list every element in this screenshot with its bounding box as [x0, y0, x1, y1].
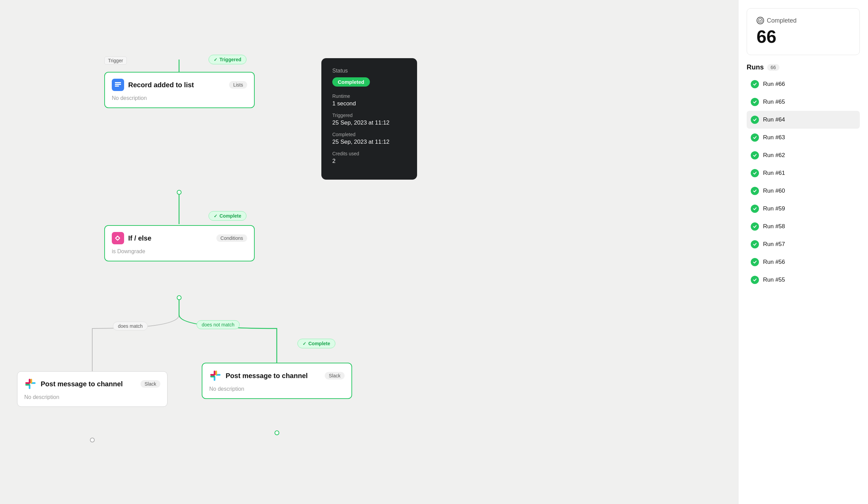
does-not-match-text: does not match: [202, 322, 235, 327]
record-added-description: No description: [105, 95, 254, 108]
post-message-right-description: No description: [203, 386, 351, 398]
post-message-left-title: Post message to channel: [41, 380, 123, 388]
popup-triggered-value: 25 Sep, 2023 at 11:12: [332, 119, 406, 126]
popup-runtime-value: 1 second: [332, 100, 406, 107]
record-added-icon: [112, 79, 124, 91]
run-label-run-60: Run #60: [763, 188, 785, 194]
post-message-right-badge: Slack: [325, 372, 344, 380]
svg-rect-18: [215, 371, 217, 375]
post-message-left-node[interactable]: Post message to channel Slack No descrip…: [17, 371, 167, 407]
completed-label: Completed: [767, 17, 797, 24]
popup-credits-value: 2: [332, 158, 406, 164]
complete-badge-2-text: Complete: [308, 341, 330, 346]
if-else-node[interactable]: If / else Conditions is Downgrade: [104, 225, 255, 261]
popup-completed-label: Completed: [332, 132, 406, 137]
runs-title: Runs: [747, 63, 764, 71]
does-match-text: does match: [118, 323, 143, 329]
run-label-run-55: Run #55: [763, 276, 785, 283]
run-check-run-57: [751, 240, 759, 249]
if-else-badge: Conditions: [216, 234, 247, 242]
runs-count-badge: 66: [767, 64, 779, 71]
run-check-run-64: [751, 115, 759, 124]
status-popup: Status Completed Runtime 1 second Trigge…: [321, 58, 417, 180]
runs-section: Runs 66 Run #66Run #65Run #64Run #63Run …: [738, 55, 868, 289]
post-message-left-badge: Slack: [141, 380, 160, 388]
run-item-run-57[interactable]: Run #57: [747, 235, 860, 253]
run-item-run-59[interactable]: Run #59: [747, 200, 860, 218]
run-check-run-55: [751, 276, 759, 284]
svg-rect-8: [25, 382, 30, 384]
popup-triggered-label: Triggered: [332, 113, 406, 118]
run-item-run-63[interactable]: Run #63: [747, 129, 860, 147]
run-label-run-56: Run #56: [763, 259, 785, 265]
svg-rect-11: [25, 384, 30, 386]
run-item-run-55[interactable]: Run #55: [747, 271, 860, 289]
completed-card: Completed 66: [747, 8, 860, 55]
completed-check-icon: [756, 17, 764, 24]
run-item-run-65[interactable]: Run #65: [747, 93, 860, 111]
run-label-run-64: Run #64: [763, 116, 785, 123]
popup-credits-label: Credits used: [332, 151, 406, 157]
if-else-description: is Downgrade: [105, 249, 254, 261]
run-item-run-66[interactable]: Run #66: [747, 75, 860, 93]
post-message-left-description: No description: [18, 394, 167, 406]
popup-status-value: Completed: [332, 77, 370, 87]
run-label-run-65: Run #65: [763, 99, 785, 105]
post-message-right-icon: [209, 370, 221, 382]
svg-point-19: [758, 19, 762, 23]
run-check-run-60: [751, 187, 759, 195]
run-check-run-58: [751, 222, 759, 231]
post-message-left-icon: [24, 378, 37, 390]
svg-rect-6: [115, 85, 119, 87]
triggered-badge: ✓ Triggered: [208, 55, 247, 64]
record-added-badge: Lists: [229, 81, 247, 89]
run-check-run-62: [751, 151, 759, 160]
if-else-icon: [112, 232, 124, 244]
svg-rect-17: [210, 376, 215, 377]
post-message-right-title: Post message to channel: [226, 372, 308, 380]
run-check-run-61: [751, 169, 759, 177]
run-check-run-66: [751, 80, 759, 88]
run-item-run-58[interactable]: Run #58: [747, 218, 860, 235]
popup-runtime-label: Runtime: [332, 93, 406, 99]
run-check-run-63: [751, 133, 759, 142]
run-item-run-61[interactable]: Run #61: [747, 164, 860, 182]
if-else-title: If / else: [128, 234, 152, 242]
run-label-run-62: Run #62: [763, 152, 785, 159]
completed-number: 66: [756, 27, 850, 47]
post-message-right-node[interactable]: Post message to channel Slack No descrip…: [202, 363, 352, 399]
run-check-run-65: [751, 98, 759, 106]
run-label-run-57: Run #57: [763, 241, 785, 248]
connector-dot-4: [275, 431, 279, 435]
runs-list: Run #66Run #65Run #64Run #63Run #62Run #…: [747, 75, 860, 289]
does-match-label: does match: [113, 322, 148, 331]
record-added-title: Record added to list: [128, 81, 194, 89]
complete-badge-1: ✓ Complete: [208, 211, 247, 221]
popup-status-label: Status: [332, 68, 406, 74]
run-label-run-58: Run #58: [763, 223, 785, 230]
run-label-run-63: Run #63: [763, 134, 785, 141]
run-check-run-59: [751, 205, 759, 213]
run-item-run-56[interactable]: Run #56: [747, 253, 860, 271]
triggered-badge-text: Triggered: [219, 57, 241, 62]
run-label-run-59: Run #59: [763, 205, 785, 212]
run-label-run-61: Run #61: [763, 170, 785, 177]
run-item-run-64[interactable]: Run #64: [747, 111, 860, 129]
popup-completed-value: 25 Sep, 2023 at 11:12: [332, 139, 406, 145]
run-label-run-66: Run #66: [763, 81, 785, 88]
run-check-run-56: [751, 258, 759, 266]
complete-badge-1-text: Complete: [219, 213, 241, 219]
complete-badge-2: ✓ Complete: [297, 339, 335, 348]
svg-rect-12: [30, 379, 32, 384]
trigger-label-text: Trigger: [108, 58, 123, 63]
connector-dot-3: [90, 437, 95, 442]
svg-rect-14: [210, 374, 215, 376]
run-item-run-62[interactable]: Run #62: [747, 147, 860, 164]
connector-dot-2: [177, 295, 182, 300]
trigger-label: Trigger: [104, 57, 127, 65]
does-not-match-label: does not match: [197, 320, 240, 329]
record-added-node[interactable]: Record added to list Lists No descriptio…: [104, 72, 255, 108]
run-item-run-60[interactable]: Run #60: [747, 182, 860, 200]
svg-rect-4: [115, 82, 121, 83]
svg-rect-5: [115, 84, 121, 85]
